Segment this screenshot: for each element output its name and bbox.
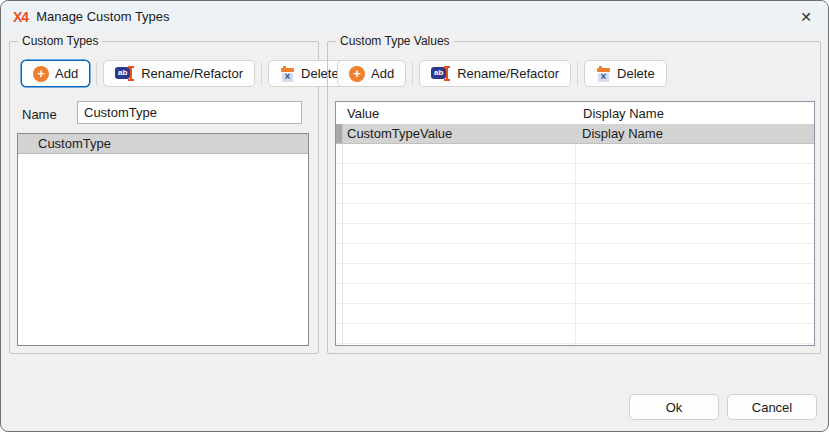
- types-rename-label: Rename/Refactor: [141, 66, 243, 81]
- rename-icon: [115, 66, 135, 81]
- custom-type-values-toolbar: Add Rename/Refactor Delete: [337, 60, 667, 87]
- types-rename-button[interactable]: Rename/Refactor: [103, 60, 255, 87]
- rename-icon: [431, 66, 451, 81]
- row-header-cell: [336, 184, 343, 203]
- types-add-button[interactable]: Add: [21, 60, 90, 87]
- row-header-cell: [336, 164, 343, 183]
- delete-x-box: [282, 73, 293, 82]
- toolbar-separator: [577, 62, 578, 86]
- ok-button[interactable]: Ok: [629, 394, 719, 420]
- value-cell: [343, 324, 576, 343]
- list-item[interactable]: CustomType: [18, 134, 308, 154]
- value-cell: [343, 144, 576, 163]
- window-title: Manage Custom Types: [36, 9, 169, 24]
- name-label: Name: [22, 107, 57, 122]
- values-delete-label: Delete: [617, 66, 655, 81]
- row-header-cell: [336, 264, 343, 283]
- table-empty-row: [336, 224, 814, 244]
- custom-types-listbox[interactable]: CustomType: [17, 133, 309, 346]
- rename-ab-box: [431, 67, 446, 79]
- table-empty-row: [336, 284, 814, 304]
- values-delete-button[interactable]: Delete: [584, 60, 667, 87]
- rename-ab-box: [115, 67, 130, 79]
- row-header-cell: [336, 324, 343, 343]
- title-bar[interactable]: X4 Manage Custom Types ✕: [1, 1, 828, 32]
- value-cell: [343, 264, 576, 283]
- values-table-header: Value Display Name: [336, 102, 814, 124]
- add-icon: [349, 66, 365, 82]
- values-rename-button[interactable]: Rename/Refactor: [419, 60, 571, 87]
- toolbar-separator: [261, 62, 262, 86]
- row-header-cell: [336, 244, 343, 263]
- add-icon: [33, 66, 49, 82]
- table-empty-row: [336, 344, 814, 346]
- value-cell: [343, 304, 576, 323]
- row-header-cell: [336, 144, 343, 163]
- row-header-cell: [336, 204, 343, 223]
- custom-types-group: Custom Types Add Rename/Refactor: [9, 41, 319, 354]
- values-add-button[interactable]: Add: [337, 60, 406, 87]
- column-header-value[interactable]: Value: [343, 106, 577, 121]
- rename-cursor: [446, 66, 448, 81]
- table-empty-row: [336, 204, 814, 224]
- value-cell: [343, 284, 576, 303]
- row-header-cell: [336, 344, 343, 346]
- manage-custom-types-dialog: X4 Manage Custom Types ✕ Custom Types Ad…: [0, 0, 829, 432]
- table-empty-row: [336, 184, 814, 204]
- values-table[interactable]: Value Display Name CustomTypeValue Displ…: [335, 101, 815, 346]
- row-header-cell[interactable]: [336, 124, 343, 143]
- table-empty-row: [336, 264, 814, 284]
- value-cell: [343, 344, 576, 346]
- table-row[interactable]: CustomTypeValue Display Name: [336, 124, 814, 144]
- table-empty-row: [336, 324, 814, 344]
- row-header-corner: [336, 102, 343, 124]
- value-cell: [343, 184, 576, 203]
- value-cell[interactable]: CustomTypeValue: [343, 124, 576, 144]
- values-add-label: Add: [371, 66, 394, 81]
- column-header-display-name[interactable]: Display Name: [577, 106, 814, 121]
- cancel-button[interactable]: Cancel: [727, 394, 817, 420]
- value-cell: [343, 204, 576, 223]
- custom-type-values-group: Custom Type Values Add Rename/Refactor: [327, 41, 821, 354]
- table-empty-row: [336, 244, 814, 264]
- row-header-cell: [336, 304, 343, 323]
- value-cell: [343, 224, 576, 243]
- rename-cursor: [130, 66, 132, 81]
- custom-types-group-label: Custom Types: [18, 34, 102, 49]
- delete-icon: [280, 66, 295, 82]
- row-header-cell: [336, 284, 343, 303]
- table-empty-row: [336, 144, 814, 164]
- display-name-cell[interactable]: Display Name: [576, 124, 814, 144]
- delete-icon: [596, 66, 611, 82]
- toolbar-separator: [96, 62, 97, 86]
- toolbar-separator: [412, 62, 413, 86]
- custom-type-values-group-label: Custom Type Values: [336, 34, 454, 49]
- delete-x-box: [598, 73, 609, 82]
- value-cell: [343, 164, 576, 183]
- app-logo-icon: X4: [13, 9, 28, 25]
- values-rename-label: Rename/Refactor: [457, 66, 559, 81]
- values-table-empty-rows: [336, 144, 814, 346]
- custom-types-toolbar: Add Rename/Refactor Delete: [21, 60, 351, 87]
- value-cell: [343, 244, 576, 263]
- close-icon[interactable]: ✕: [796, 10, 816, 24]
- row-header-cell: [336, 224, 343, 243]
- name-input[interactable]: [77, 101, 302, 124]
- table-empty-row: [336, 164, 814, 184]
- table-empty-row: [336, 304, 814, 324]
- types-add-label: Add: [55, 66, 78, 81]
